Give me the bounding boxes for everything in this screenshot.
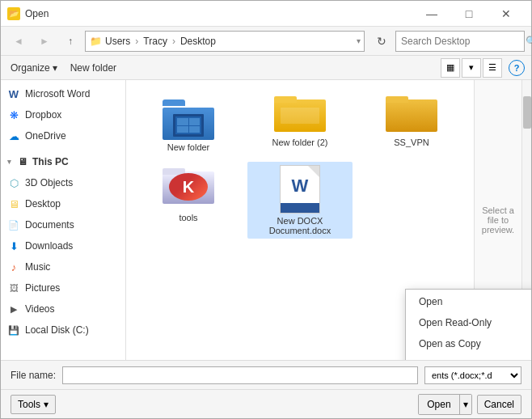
organize-button[interactable]: Organize ▾ (7, 59, 61, 77)
sidebar-label-desktop: Desktop (25, 198, 61, 210)
sidebar-label-videos: Videos (25, 303, 54, 315)
new-folder-button[interactable]: New folder (67, 59, 120, 77)
sidebar-item-3dobjects[interactable]: ⬡ 3D Objects (1, 172, 125, 193)
localdisk-icon: 💾 (7, 324, 20, 336)
open-button-group: Open ▾ (418, 394, 471, 415)
address-dropdown-icon[interactable]: ▾ (357, 36, 361, 45)
sidebar-icon-pc: 🖥 (18, 156, 27, 167)
sidebar-label-3dobjects: 3D Objects (25, 177, 73, 188)
window-icon: 📂 (7, 7, 20, 20)
filename-bar: File name: ents (*.docx;*.d (1, 360, 531, 389)
maximize-button[interactable]: □ (450, 1, 488, 27)
pictures-icon: 🖼 (7, 281, 20, 294)
expand-icon-pc: ▾ (7, 158, 11, 166)
breadcrumb-sep-1: › (135, 36, 138, 47)
search-box[interactable]: 🔍 (395, 31, 525, 52)
title-bar-left: 📂 Open (7, 7, 49, 20)
sidebar-label-word: Microsoft Word (25, 88, 90, 99)
sidebar-item-dropbox[interactable]: ❋ Dropbox (1, 104, 125, 125)
sidebar-label-onedrive: OneDrive (25, 130, 66, 142)
sidebar-label-music: Music (25, 261, 50, 273)
window-title: Open (25, 8, 49, 19)
sidebar: W Microsoft Word ❋ Dropbox ☁ OneDrive ▾ … (1, 80, 126, 360)
new-folder-label: New folder (70, 62, 116, 74)
sidebar-item-onedrive[interactable]: ☁ OneDrive (1, 125, 125, 146)
view-buttons: ▦ ▾ ☰ (441, 58, 502, 78)
context-in-browser[interactable]: Open in Browser (406, 354, 531, 360)
file-item-docx[interactable]: W New DOCXDocument.docx (247, 162, 353, 239)
title-controls: — □ ✕ (413, 1, 525, 27)
videos-icon: ▶ (7, 303, 20, 315)
file-grid: New folder New folder (2) SS_VPN (126, 80, 474, 248)
sidebar-label-localdisk: Local Disk (C:) (25, 324, 89, 336)
context-read-only-label: Open Read-Only (419, 317, 492, 328)
file-item-ssvpn[interactable]: SS_VPN (359, 90, 464, 155)
dropbox-icon: ❋ (7, 108, 20, 121)
sidebar-item-localdisk[interactable]: 💾 Local Disk (C:) (1, 320, 125, 341)
tools-button[interactable]: Tools ▾ (11, 395, 56, 414)
file-label-docx: New DOCXDocument.docx (269, 216, 331, 235)
tools-icon: K (163, 165, 214, 210)
breadcrumb-desktop: Desktop (180, 36, 216, 47)
action-toolbar: Organize ▾ New folder ▦ ▾ ☰ ? (1, 56, 531, 80)
back-button[interactable]: ◄ (7, 31, 30, 52)
view-detail-button[interactable]: ☰ (483, 58, 502, 78)
sidebar-item-downloads[interactable]: ⬇ Downloads (1, 235, 125, 256)
open-button[interactable]: Open (419, 395, 458, 414)
file-area: New folder New folder (2) SS_VPN (126, 80, 531, 360)
main-area: W Microsoft Word ❋ Dropbox ☁ OneDrive ▾ … (1, 80, 531, 360)
view-dropdown-button[interactable]: ▾ (462, 58, 481, 78)
forward-button[interactable]: ► (33, 31, 56, 52)
close-button[interactable]: ✕ (488, 1, 525, 27)
cancel-button[interactable]: Cancel (477, 395, 521, 414)
sidebar-item-word[interactable]: W Microsoft Word (1, 83, 125, 104)
sidebar-item-pictures[interactable]: 🖼 Pictures (1, 277, 125, 298)
preview-text: Select a file to preview. (481, 205, 515, 235)
word-icon: W (7, 87, 20, 100)
sidebar-item-desktop[interactable]: 🖥 Desktop (1, 193, 125, 214)
open-label: Open (427, 399, 450, 410)
scroll-thumb[interactable] (523, 96, 531, 129)
file-label-tools: tools (179, 213, 197, 222)
ssvpn-icon (386, 93, 437, 135)
sidebar-item-videos[interactable]: ▶ Videos (1, 298, 125, 320)
filetype-select[interactable]: ents (*.docx;*.d (424, 366, 521, 384)
address-folder-icon: 📁 (89, 35, 102, 48)
file-item-newfolder[interactable]: New folder (136, 90, 241, 155)
file-label-newfolder: New folder (167, 142, 210, 152)
view-toggle-button[interactable]: ▦ (441, 58, 460, 78)
sidebar-item-documents[interactable]: 📄 Documents (1, 214, 125, 235)
context-menu: Open Open Read-Only Open as Copy Open in… (405, 289, 531, 360)
file-label-newfolder2: New folder (2) (272, 138, 327, 147)
tools-dropdown-icon: ▾ (44, 399, 49, 410)
sidebar-this-pc[interactable]: ▾ 🖥 This PC (1, 151, 125, 172)
file-item-newfolder2[interactable]: New folder (2) (247, 90, 353, 155)
help-button[interactable]: ? (509, 60, 525, 76)
file-item-tools[interactable]: K tools (136, 162, 241, 239)
documents-icon: 📄 (7, 218, 20, 231)
new-folder-2-icon (274, 93, 326, 135)
minimize-button[interactable]: — (413, 1, 450, 27)
up-button[interactable]: ↑ (59, 31, 82, 52)
refresh-button[interactable]: ↻ (371, 31, 392, 52)
music-icon: ♪ (7, 260, 20, 273)
address-bar[interactable]: 📁 Users › Tracy › Desktop ▾ (85, 31, 365, 52)
sidebar-label-pictures: Pictures (25, 282, 60, 294)
sidebar-label-documents: Documents (25, 219, 74, 231)
open-dialog: 📂 Open — □ ✕ ◄ ► ↑ 📁 Users › Tracy › Des… (0, 0, 532, 419)
docx-icon: W (280, 165, 320, 214)
open-arrow-button[interactable]: ▾ (459, 395, 471, 414)
context-as-copy[interactable]: Open as Copy (406, 333, 531, 354)
search-icon[interactable]: 🔍 (526, 36, 532, 47)
context-open[interactable]: Open (406, 291, 531, 312)
context-open-label: Open (419, 296, 442, 307)
sidebar-label-dropbox: Dropbox (25, 109, 61, 121)
desktop-icon: 🖥 (7, 197, 20, 210)
sidebar-label-downloads: Downloads (25, 240, 73, 252)
search-input[interactable] (401, 36, 522, 47)
context-as-copy-label: Open as Copy (419, 338, 481, 349)
sidebar-item-music[interactable]: ♪ Music (1, 256, 125, 277)
context-read-only[interactable]: Open Read-Only (406, 312, 531, 333)
filename-input[interactable] (62, 366, 418, 384)
breadcrumb-sep-2: › (172, 36, 175, 47)
